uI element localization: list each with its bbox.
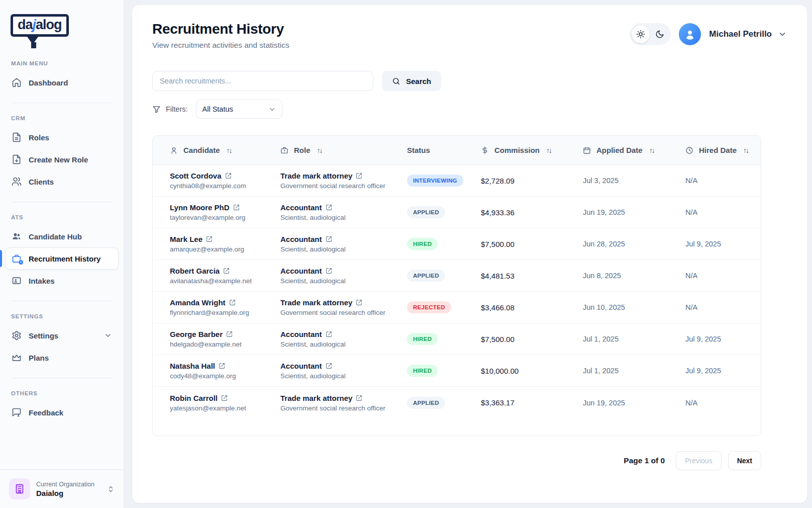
commission-value: $7,500.00 (481, 240, 583, 248)
id-card-icon (12, 276, 22, 286)
sidebar-item-label: Plans (29, 354, 49, 362)
chevron-down-icon (104, 331, 112, 340)
candidate-name-link[interactable]: Robin Carroll (170, 394, 218, 402)
external-link-icon[interactable] (326, 268, 332, 274)
pagination: Page 1 of 0 Previous Next (152, 451, 761, 470)
external-link-icon[interactable] (326, 204, 332, 211)
candidate-name-link[interactable]: Robert Garcia (170, 267, 220, 275)
person-icon (683, 28, 696, 41)
sidebar-item-label: Feedback (29, 408, 63, 417)
hired-date: N/A (685, 208, 761, 216)
candidate-name-link[interactable]: Amanda Wright (170, 298, 226, 307)
page-info: Page 1 of 0 (624, 456, 665, 465)
column-header-commission[interactable]: Commission↑↓ (481, 146, 583, 154)
table-row: Scott Cordova cynthia08@example.com Trad… (153, 165, 761, 197)
sidebar-item-label: Clients (29, 178, 54, 186)
search-input[interactable] (152, 71, 373, 91)
external-link-icon[interactable] (356, 395, 362, 401)
candidate-email: flynnrichard@example.org (170, 309, 280, 316)
external-link-icon[interactable] (229, 299, 236, 306)
briefcase-icon (280, 146, 288, 154)
table-row: Natasha Hall cody48@example.org Accounta… (153, 355, 761, 387)
org-label: Current Organization (36, 481, 94, 488)
role-link[interactable]: Accountant (280, 235, 322, 243)
sidebar-item-settings[interactable]: Settings (5, 324, 119, 347)
external-link-icon[interactable] (356, 299, 362, 306)
sidebar-item-dashboard[interactable]: Dashboard (5, 71, 119, 94)
applied-date: Jul 3, 2025 (583, 177, 685, 185)
external-link-icon[interactable] (326, 331, 332, 337)
column-header-role[interactable]: Role↑↓ (280, 146, 407, 154)
role-link[interactable]: Trade mark attorney (280, 394, 352, 402)
role-link[interactable]: Accountant (280, 203, 322, 212)
building-icon (9, 478, 30, 499)
gear-icon (12, 330, 22, 341)
sidebar-item-create-new-role[interactable]: Create New Role (5, 148, 119, 171)
dark-mode-button[interactable] (651, 25, 669, 43)
sidebar-item-feedback[interactable]: Feedback (5, 401, 119, 424)
role-link[interactable]: Trade mark attorney (280, 298, 352, 307)
column-header-candidate[interactable]: Candidate↑↓ (170, 146, 280, 154)
external-link-icon[interactable] (226, 331, 233, 337)
external-link-icon[interactable] (219, 363, 225, 369)
status-badge: APPLIED (407, 270, 445, 282)
briefcase-clock-icon (12, 253, 22, 264)
content-card: Recruitment History View recruitment act… (132, 5, 807, 503)
users-icon (12, 177, 22, 187)
commission-value: $3,363.17 (481, 398, 583, 407)
section-label-settings: SETTINGS (11, 313, 119, 319)
light-mode-button[interactable] (632, 25, 650, 43)
candidate-email: cynthia08@example.com (170, 182, 280, 190)
dollar-icon (481, 146, 489, 154)
user-name[interactable]: Michael Petrillo (709, 29, 772, 39)
app-logo[interactable]: dajalog (11, 14, 124, 48)
sidebar-item-intakes[interactable]: Intakes (5, 270, 119, 292)
search-icon (392, 77, 400, 86)
calendar-icon (583, 146, 591, 154)
external-link-icon[interactable] (326, 236, 332, 242)
column-header-applied-date[interactable]: Applied Date↑↓ (583, 146, 685, 154)
chevron-down-icon (268, 106, 276, 113)
status-filter-select[interactable]: All Status (196, 100, 282, 119)
candidate-email: amarquez@example.org (170, 245, 280, 253)
org-switcher[interactable]: Current Organization Daialog (0, 469, 124, 508)
sidebar-item-roles[interactable]: Roles (5, 126, 119, 148)
previous-page-button[interactable]: Previous (676, 451, 721, 470)
sidebar-item-label: Settings (29, 331, 58, 340)
sun-icon (636, 30, 645, 39)
commission-value: $2,728.09 (481, 177, 583, 185)
section-label-crm: CRM (11, 115, 119, 121)
candidate-name-link[interactable]: Mark Lee (170, 235, 202, 243)
moon-icon (655, 30, 664, 39)
external-link-icon[interactable] (326, 363, 332, 369)
chevron-down-icon[interactable] (778, 30, 787, 39)
sidebar-item-clients[interactable]: Clients (5, 171, 119, 193)
status-badge: APPLIED (407, 206, 445, 218)
external-link-icon[interactable] (356, 173, 362, 179)
applied-date: Jul 1, 2025 (583, 367, 685, 375)
applied-date: Jun 19, 2025 (583, 399, 685, 407)
divider (11, 378, 113, 378)
external-link-icon[interactable] (206, 236, 213, 242)
sidebar-item-plans[interactable]: Plans (5, 347, 119, 369)
external-link-icon[interactable] (233, 204, 240, 211)
column-header-hired-date[interactable]: Hired Date↑↓ (685, 146, 761, 154)
user-avatar[interactable] (679, 23, 701, 45)
role-link[interactable]: Accountant (280, 330, 322, 338)
sidebar-item-candidate-hub[interactable]: Candidate Hub (5, 225, 119, 247)
role-link[interactable]: Accountant (280, 362, 322, 370)
next-page-button[interactable]: Next (728, 451, 761, 470)
role-link[interactable]: Accountant (280, 267, 322, 275)
external-link-icon[interactable] (225, 173, 232, 179)
candidate-name-link[interactable]: Lynn Moore PhD (170, 203, 230, 212)
applied-date: Jun 19, 2025 (583, 208, 685, 216)
table-body: Scott Cordova cynthia08@example.com Trad… (153, 165, 761, 418)
candidate-name-link[interactable]: George Barber (170, 330, 223, 338)
role-link[interactable]: Trade mark attorney (280, 172, 352, 180)
candidate-name-link[interactable]: Scott Cordova (170, 172, 222, 180)
external-link-icon[interactable] (221, 395, 228, 401)
sidebar-item-recruitment-history[interactable]: Recruitment History (5, 247, 119, 270)
candidate-name-link[interactable]: Natasha Hall (170, 362, 215, 370)
external-link-icon[interactable] (223, 268, 230, 274)
search-button[interactable]: Search (382, 71, 441, 91)
